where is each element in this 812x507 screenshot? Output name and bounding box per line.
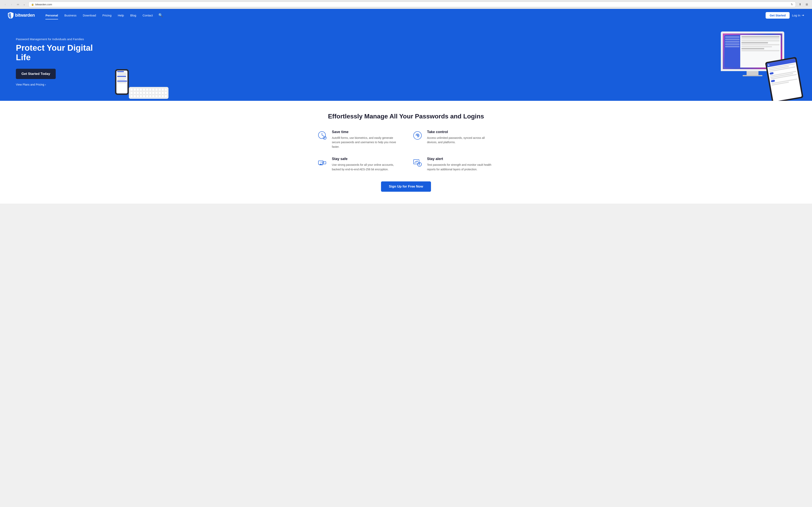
hero-content: Password Management for Individuals and … bbox=[16, 34, 99, 86]
website: bitwarden Personal Business Download Pri… bbox=[0, 9, 812, 204]
feature-stay-alert-desc: Test passwords for strength and monitor … bbox=[427, 163, 495, 171]
feature-save-time: Save time Autofill forms, use biometrics… bbox=[317, 130, 400, 149]
feature-take-control-desc: Access unlimited passwords, synced acros… bbox=[427, 136, 495, 145]
tablet-device bbox=[765, 57, 804, 101]
navbar: bitwarden Personal Business Download Pri… bbox=[0, 9, 812, 21]
svg-line-2 bbox=[322, 135, 323, 136]
hero-cta-button[interactable]: Get Started Today bbox=[16, 69, 56, 79]
feature-stay-safe-desc: Use strong passwords for all your online… bbox=[332, 163, 400, 171]
hero-devices bbox=[107, 34, 796, 101]
feature-take-control-text: Take control Access unlimited passwords,… bbox=[427, 130, 495, 145]
nav-blog[interactable]: Blog bbox=[128, 12, 139, 19]
browser-actions: ⬆ ⊞ bbox=[797, 2, 810, 7]
sidebar-toggle[interactable]: ▭ bbox=[15, 2, 20, 7]
chart-alert-icon bbox=[412, 157, 423, 168]
feature-stay-safe-text: Stay safe Use strong passwords for all y… bbox=[332, 157, 400, 171]
nav-links: Personal Business Download Pricing Help … bbox=[43, 12, 766, 19]
signup-button[interactable]: Sign Up for Free Now bbox=[381, 181, 431, 192]
forward-button[interactable]: › bbox=[9, 2, 14, 7]
keyboard-device bbox=[129, 87, 168, 99]
shield-devices-icon bbox=[317, 157, 328, 168]
logo-shield-icon bbox=[8, 12, 13, 18]
feature-stay-alert-title: Stay alert bbox=[427, 157, 495, 161]
browser-chrome: ‹ › ▭ ⌄ 🔒 ↻ ⬆ ⊞ bbox=[0, 0, 812, 9]
svg-rect-9 bbox=[319, 165, 323, 165]
feature-save-time-text: Save time Autofill forms, use biometrics… bbox=[332, 130, 400, 149]
svg-point-5 bbox=[417, 135, 418, 136]
logo-text: bitwarden bbox=[15, 13, 35, 18]
back-button[interactable]: ‹ bbox=[2, 2, 8, 7]
chevron-right-icon: › bbox=[45, 83, 46, 86]
nav-personal[interactable]: Personal bbox=[43, 12, 61, 19]
fingerprint-icon bbox=[412, 130, 423, 141]
feature-stay-alert: Stay alert Test passwords for strength a… bbox=[412, 157, 495, 171]
browser-toolbar: ‹ › ▭ ⌄ 🔒 ↻ ⬆ ⊞ bbox=[0, 0, 812, 9]
phone-device bbox=[115, 69, 129, 95]
lock-icon: 🔒 bbox=[31, 3, 34, 6]
address-bar-wrapper: 🔒 ↻ bbox=[29, 2, 796, 7]
feature-stay-safe-title: Stay safe bbox=[332, 157, 400, 161]
nav-download[interactable]: Download bbox=[80, 12, 99, 19]
clock-icon bbox=[317, 130, 328, 141]
hero-title: Protect Your Digital Life bbox=[16, 43, 99, 62]
hero-subtitle: Password Management for Individuals and … bbox=[16, 38, 99, 41]
plans-link[interactable]: View Plans and Pricing › bbox=[16, 83, 99, 86]
get-started-nav-button[interactable]: Get Started bbox=[766, 12, 790, 19]
features-grid: Save time Autofill forms, use biometrics… bbox=[317, 130, 495, 171]
features-title: Effortlessly Manage All Your Passwords a… bbox=[16, 113, 796, 120]
nav-contact[interactable]: Contact bbox=[140, 12, 156, 19]
feature-take-control-title: Take control bbox=[427, 130, 495, 134]
share-button[interactable]: ⬆ bbox=[797, 2, 803, 7]
nav-actions: Get Started Log In ⇥ bbox=[766, 12, 804, 19]
nav-help[interactable]: Help bbox=[115, 12, 127, 19]
features-cta: Sign Up for Free Now bbox=[16, 181, 796, 192]
feature-save-time-desc: Autofill forms, use biometrics, and easi… bbox=[332, 136, 400, 149]
search-button[interactable]: 🔍 bbox=[157, 12, 164, 19]
hero-section: Password Management for Individuals and … bbox=[0, 21, 812, 101]
more-button[interactable]: ⌄ bbox=[21, 2, 27, 7]
feature-take-control: Take control Access unlimited passwords,… bbox=[412, 130, 495, 149]
nav-business[interactable]: Business bbox=[62, 12, 79, 19]
feature-save-time-title: Save time bbox=[332, 130, 400, 134]
login-button[interactable]: Log In ⇥ bbox=[792, 13, 804, 17]
logo-link[interactable]: bitwarden bbox=[8, 12, 35, 18]
nav-buttons: ‹ › ▭ ⌄ bbox=[2, 2, 27, 7]
feature-stay-alert-text: Stay alert Test passwords for strength a… bbox=[427, 157, 495, 171]
login-arrow-icon: ⇥ bbox=[802, 13, 804, 17]
address-input[interactable] bbox=[35, 3, 790, 6]
plans-link-text: View Plans and Pricing bbox=[16, 83, 44, 86]
reload-button[interactable]: ↻ bbox=[791, 3, 793, 6]
feature-stay-safe: Stay safe Use strong passwords for all y… bbox=[317, 157, 400, 171]
tab-overview-button[interactable]: ⊞ bbox=[804, 2, 810, 7]
features-section: Effortlessly Manage All Your Passwords a… bbox=[0, 101, 812, 204]
nav-pricing[interactable]: Pricing bbox=[100, 12, 114, 19]
svg-point-13 bbox=[419, 165, 420, 166]
